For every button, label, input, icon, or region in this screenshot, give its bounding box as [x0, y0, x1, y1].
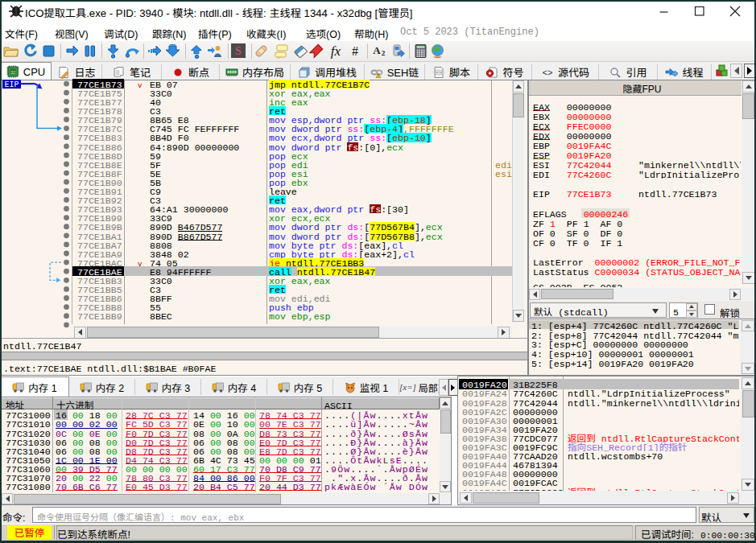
svg-text:!: !	[378, 72, 378, 78]
svg-text:2: 2	[381, 49, 385, 57]
svg-text:32: 32	[10, 69, 15, 74]
svg-text:fx: fx	[330, 43, 341, 59]
svg-text:EIP: EIP	[4, 80, 19, 89]
svg-text:#: #	[352, 44, 358, 58]
svg-text:S: S	[235, 45, 242, 57]
svg-text:<>: <>	[542, 68, 552, 78]
svg-text:A: A	[373, 44, 381, 56]
svg-text:<>: <>	[436, 69, 441, 76]
